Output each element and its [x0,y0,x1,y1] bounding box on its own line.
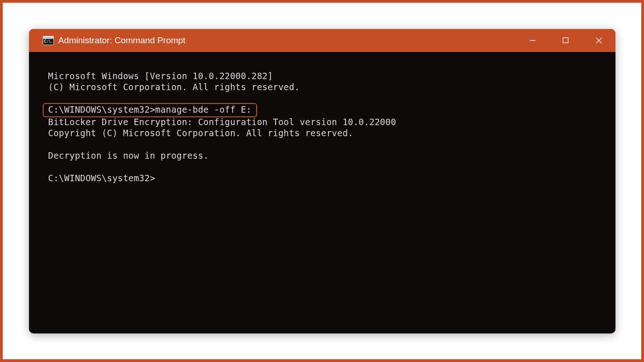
terminal-line-tool: BitLocker Drive Encryption: Configuratio… [48,116,596,128]
terminal-line-prompt: C:\WINDOWS\system32> [48,172,596,184]
blank-line [48,139,596,150]
highlighted-command-wrapper: C:\WINDOWS\system32>manage-bde -off E: [48,104,596,116]
maximize-icon [563,37,569,43]
maximize-button[interactable] [549,29,582,52]
terminal-line-version: Microsoft Windows [Version 10.0.22000.28… [48,70,596,82]
terminal-body[interactable]: Microsoft Windows [Version 10.0.22000.28… [29,52,615,202]
close-icon [596,37,602,44]
window-title: Administrator: Command Prompt [58,35,186,46]
blank-line [48,93,596,104]
blank-line [48,161,596,172]
window-controls [516,29,615,52]
terminal-line-tool-copyright: Copyright (C) Microsoft Corporation. All… [48,127,596,139]
cmd-icon: C:\. [43,36,54,45]
titlebar[interactable]: C:\. Administrator: Command Prompt [29,29,615,52]
minimize-button[interactable] [516,29,549,52]
command-prompt-window: C:\. Administrator: Command Prompt Micro… [29,29,615,333]
terminal-line-command: C:\WINDOWS\system32>manage-bde -off E: [43,103,257,117]
cmd-icon-label: C:\. [44,40,53,44]
terminal-line-copyright: (C) Microsoft Corporation. All rights re… [48,81,596,93]
minimize-icon [529,37,536,44]
svg-rect-1 [563,38,568,43]
page-frame: C:\. Administrator: Command Prompt Micro… [3,3,641,359]
terminal-line-status: Decryption is now in progress. [48,150,596,161]
close-button[interactable] [582,29,615,52]
